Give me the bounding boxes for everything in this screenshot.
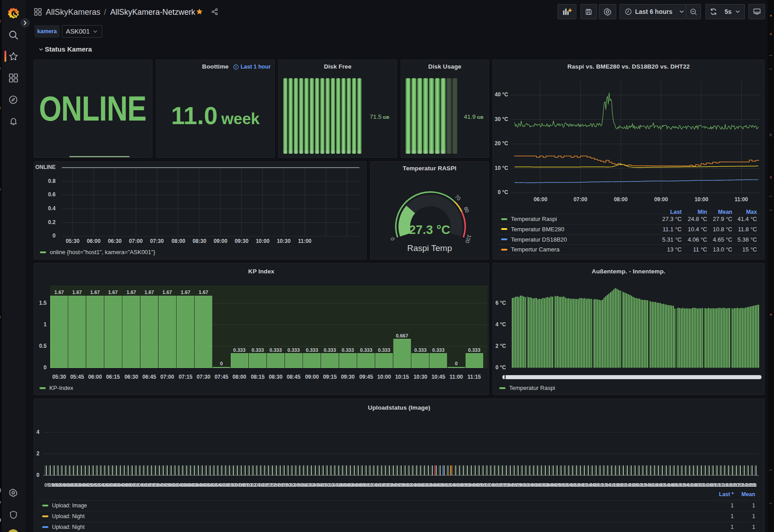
svg-text:70: 70 [454, 194, 462, 202]
svg-text:0: 0 [389, 237, 395, 241]
svg-text:80: 80 [463, 206, 470, 213]
